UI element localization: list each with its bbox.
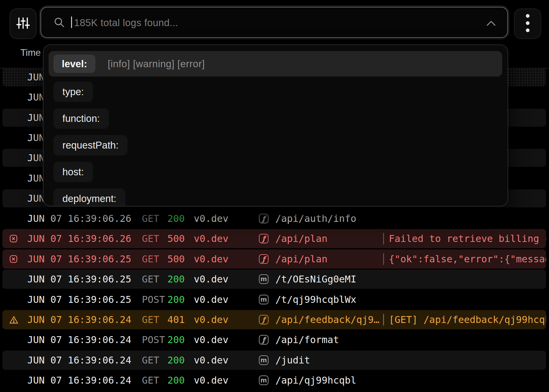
log-row[interactable]: JUN 07 16:39:06.26 GET 200 v0.dev ƒ /api…: [2, 209, 546, 228]
text-caret: [71, 17, 72, 28]
log-path: /t/qj99hcqblWx: [275, 290, 356, 309]
log-host: v0.dev: [194, 371, 229, 390]
middleware-runtime-icon: m: [259, 355, 268, 365]
warning-icon: [9, 315, 18, 324]
function-runtime-icon: ƒ: [259, 315, 268, 324]
log-status: 200: [167, 330, 185, 349]
log-method: GET: [142, 371, 159, 390]
log-host: v0.dev: [194, 351, 229, 370]
log-row[interactable]: JUN 07 16:39:06.24 GET 200 v0.dev m /jud…: [2, 351, 546, 370]
log-host: v0.dev: [194, 249, 229, 269]
log-host: v0.dev: [194, 330, 229, 349]
search-icon: [53, 16, 65, 29]
log-status: 200: [167, 270, 185, 289]
message-separator: [383, 253, 384, 265]
log-row[interactable]: JUN 07 16:39:06.25 POST 200 v0.dev m /t/…: [2, 290, 546, 309]
suggestion-key: level:: [53, 55, 95, 73]
log-timestamp: JUN 07 16:39:06.26: [27, 209, 131, 228]
log-path: /judit: [275, 351, 310, 370]
log-host: v0.dev: [194, 229, 229, 248]
log-timestamp: JUN 07 16:39:06.25: [27, 249, 131, 269]
suggestion-level[interactable]: level: [info] [warning] [error]: [49, 51, 502, 77]
log-path: /api/auth/info: [275, 209, 356, 228]
log-status: 401: [167, 310, 185, 329]
suggestion-host[interactable]: host:: [53, 162, 93, 182]
middleware-runtime-icon: m: [259, 295, 268, 304]
log-status: 200: [167, 209, 185, 228]
log-status: 200: [167, 290, 185, 309]
log-host: v0.dev: [194, 310, 229, 329]
kebab-menu-icon: [525, 13, 530, 34]
log-message: Failed to retrieve billing c: [389, 229, 546, 248]
suggestion-deployment[interactable]: deployment:: [53, 188, 125, 207]
chevron-up-icon[interactable]: [484, 17, 498, 29]
log-row[interactable]: JUN 07 16:39:06.24 POST 200 v0.dev ƒ /ap…: [2, 330, 546, 349]
log-status: 200: [167, 371, 185, 390]
log-path: /api/feedback/qj9…: [275, 310, 380, 329]
log-status: 500: [167, 229, 185, 248]
message-separator: [383, 314, 384, 325]
log-method: POST: [142, 290, 165, 309]
log-path: /t/OEsNiGg0eMI: [275, 270, 356, 289]
log-search-bar[interactable]: [40, 7, 508, 38]
error-icon: [9, 234, 18, 243]
log-method: GET: [142, 229, 159, 248]
log-row[interactable]: JUN 07 16:39:06.25 GET 200 v0.dev m /t/O…: [2, 270, 546, 289]
log-timestamp: JUN 07 16:39:06.25: [27, 290, 131, 309]
log-host: v0.dev: [194, 290, 229, 309]
log-timestamp: JUN 07 16:39:06.24: [27, 371, 131, 390]
suggestion-hint: [info] [warning] [error]: [108, 51, 205, 77]
function-runtime-icon: ƒ: [259, 234, 268, 243]
suggestion-requestpath[interactable]: requestPath:: [53, 135, 128, 155]
function-runtime-icon: ƒ: [259, 214, 268, 223]
log-path: /api/format: [275, 330, 339, 349]
log-host: v0.dev: [194, 209, 229, 228]
log-method: GET: [142, 270, 159, 289]
log-row-error[interactable]: JUN 07 16:39:06.25 GET 500 v0.dev ƒ /api…: [2, 249, 546, 269]
time-column-header: Time: [20, 47, 41, 58]
search-suggestions-panel: level: [info] [warning] [error] type: fu…: [43, 44, 508, 207]
more-options-button[interactable]: [514, 8, 541, 39]
log-timestamp: JUN 07 16:39:06.24: [27, 351, 131, 370]
middleware-runtime-icon: m: [259, 375, 268, 385]
error-icon: [9, 255, 18, 264]
log-timestamp: JUN 07 16:39:06.24: [27, 310, 131, 329]
log-method: GET: [142, 209, 159, 228]
log-path: /api/qj99hcqbl: [275, 371, 356, 390]
log-status: 200: [167, 351, 185, 370]
log-method: GET: [142, 249, 159, 269]
log-message: [GET] /api/feedback/qj99hcqb: [389, 310, 546, 329]
log-row-warning[interactable]: JUN 07 16:39:06.24 GET 401 v0.dev ƒ /api…: [2, 310, 546, 329]
log-method: POST: [142, 330, 165, 349]
logs-screen: Time JUN 07 JUN 07 JUN 07 JUN 07 JUN 07 …: [0, 0, 549, 392]
log-method: GET: [142, 310, 159, 329]
sliders-icon: [16, 16, 30, 32]
log-timestamp: JUN 07 16:39:06.24: [27, 330, 131, 349]
log-timestamp: JUN 07 16:39:06.25: [27, 270, 131, 289]
log-message: {"ok":false,"error":{"messag: [389, 249, 546, 269]
search-input[interactable]: [74, 8, 489, 38]
message-separator: [383, 233, 384, 244]
log-path: /api/plan: [275, 229, 327, 248]
filter-button[interactable]: [10, 8, 37, 39]
middleware-runtime-icon: m: [259, 274, 268, 284]
log-row-error[interactable]: JUN 07 16:39:06.26 GET 500 v0.dev ƒ /api…: [2, 229, 546, 248]
suggestion-function[interactable]: function:: [53, 108, 109, 129]
log-row[interactable]: JUN 07 16:39:06.24 GET 200 v0.dev m /api…: [2, 371, 546, 390]
suggestion-type[interactable]: type:: [53, 82, 93, 102]
log-timestamp: JUN 07 16:39:06.26: [27, 229, 131, 248]
log-host: v0.dev: [194, 270, 229, 289]
log-path: /api/plan: [275, 249, 327, 269]
log-method: GET: [142, 351, 159, 370]
function-runtime-icon: ƒ: [259, 335, 268, 345]
log-status: 500: [167, 249, 185, 269]
function-runtime-icon: ƒ: [259, 254, 268, 264]
